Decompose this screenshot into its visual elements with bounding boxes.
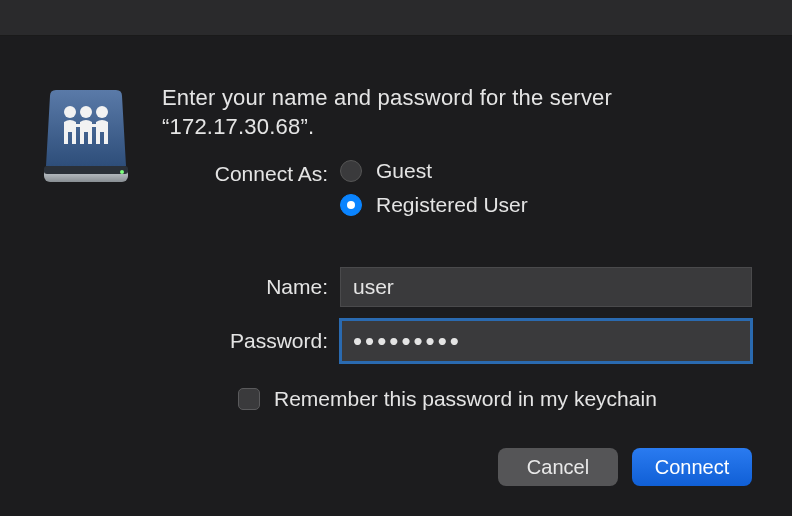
cancel-button[interactable]: Cancel (498, 448, 618, 486)
radio-registered-user[interactable]: Registered User (340, 193, 528, 217)
network-drive-icon (40, 88, 132, 190)
svg-rect-7 (90, 124, 98, 127)
name-field[interactable] (340, 267, 752, 307)
remember-keychain-checkbox[interactable] (238, 388, 260, 410)
svg-point-3 (64, 106, 76, 118)
radio-guest[interactable]: Guest (340, 159, 528, 183)
radio-registered-label: Registered User (376, 193, 528, 217)
name-label: Name: (40, 272, 340, 302)
connect-as-label: Connect As: (162, 159, 340, 189)
prompt-text: Enter your name and password for the ser… (162, 84, 752, 141)
svg-rect-1 (44, 166, 128, 174)
svg-point-4 (80, 106, 92, 118)
server-auth-dialog: Enter your name and password for the ser… (0, 36, 792, 516)
svg-rect-6 (74, 124, 82, 127)
radio-dot-registered (340, 194, 362, 216)
password-label: Password: (40, 326, 340, 356)
svg-point-2 (120, 170, 124, 174)
password-field[interactable] (340, 319, 752, 363)
window-titlebar (0, 0, 792, 36)
svg-point-5 (96, 106, 108, 118)
radio-guest-label: Guest (376, 159, 432, 183)
radio-dot-guest (340, 160, 362, 182)
remember-keychain-label: Remember this password in my keychain (274, 387, 657, 411)
connect-button[interactable]: Connect (632, 448, 752, 486)
